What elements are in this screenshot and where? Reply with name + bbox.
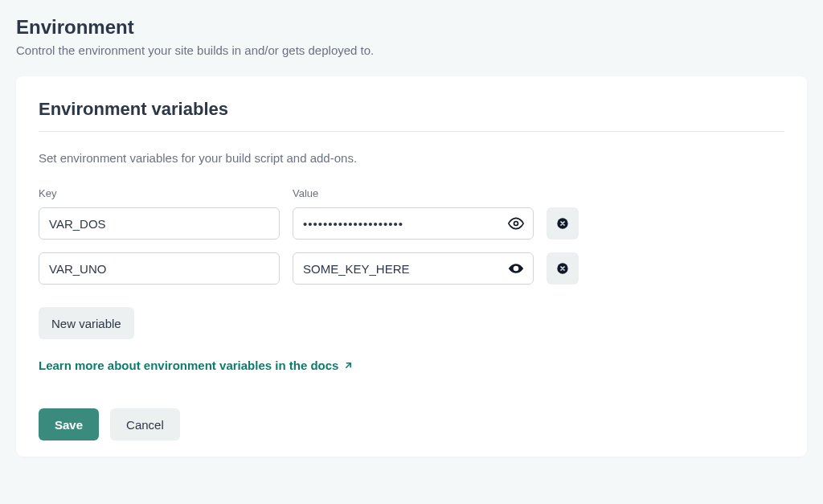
variable-value-input[interactable]	[293, 207, 534, 240]
variable-row	[39, 252, 784, 285]
page-subtitle: Control the environment your site builds…	[16, 43, 807, 57]
card-title: Environment variables	[39, 99, 784, 132]
delete-circle-icon	[556, 217, 569, 230]
cancel-button[interactable]: Cancel	[110, 408, 180, 440]
docs-link-label: Learn more about environment variables i…	[39, 359, 338, 372]
hide-value-button[interactable]	[505, 257, 527, 280]
value-column-label: Value	[293, 187, 534, 199]
variable-key-input[interactable]	[39, 207, 280, 240]
card-description: Set environment variables for your build…	[39, 151, 784, 165]
variable-row	[39, 207, 784, 240]
page-header: Environment Control the environment your…	[16, 16, 807, 57]
svg-point-2	[514, 267, 518, 270]
environment-variables-card: Environment variables Set environment va…	[16, 76, 807, 457]
delete-variable-button[interactable]	[547, 207, 579, 240]
external-link-icon	[343, 360, 354, 371]
eye-closed-icon	[508, 260, 524, 277]
card-actions: Save Cancel	[39, 408, 784, 440]
page-title: Environment	[16, 16, 807, 39]
eye-open-icon	[508, 215, 524, 232]
variables-grid: Key Value	[39, 187, 784, 285]
delete-variable-button[interactable]	[547, 252, 579, 285]
reveal-value-button[interactable]	[505, 212, 527, 235]
save-button[interactable]: Save	[39, 408, 99, 440]
svg-point-0	[514, 222, 518, 226]
delete-circle-icon	[556, 262, 569, 275]
new-variable-button[interactable]: New variable	[39, 307, 134, 339]
docs-link[interactable]: Learn more about environment variables i…	[39, 359, 354, 372]
variables-header-row: Key Value	[39, 187, 784, 199]
variable-key-input[interactable]	[39, 252, 280, 285]
key-column-label: Key	[39, 187, 280, 199]
variable-value-input[interactable]	[293, 252, 534, 285]
